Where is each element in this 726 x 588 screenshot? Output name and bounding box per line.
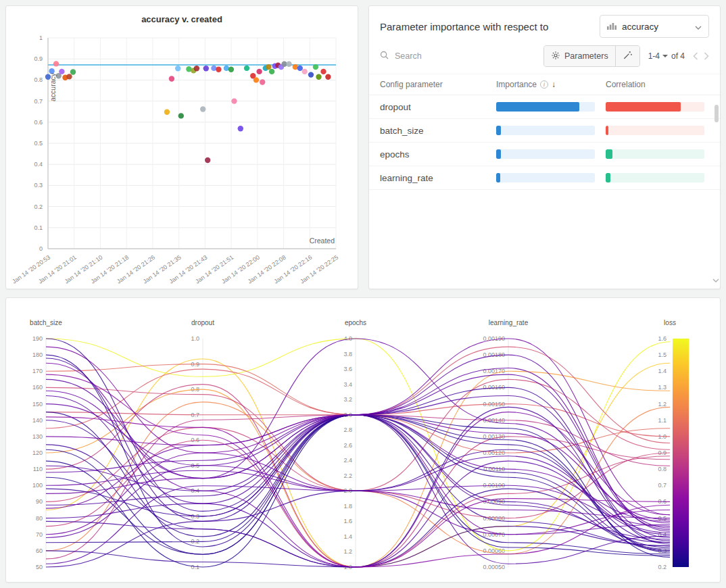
svg-text:2.6: 2.6	[343, 442, 352, 449]
search-input[interactable]	[393, 51, 475, 62]
svg-text:170: 170	[32, 368, 43, 374]
parameters-button[interactable]: Parameters	[544, 46, 615, 66]
correlation-bar	[606, 149, 704, 159]
pager-arrows	[693, 52, 709, 60]
scatter-point	[325, 74, 331, 80]
scatter-point	[59, 69, 64, 74]
column-config-parameter[interactable]: Config parameter	[380, 80, 496, 89]
pc-axis-label: dropout	[191, 319, 214, 326]
scatter-point	[216, 67, 221, 72]
scatter-chart[interactable]: 00.10.20.30.40.50.60.70.80.91Jan 14 '20 …	[6, 27, 358, 284]
scatter-point	[228, 67, 234, 72]
scatter-points[interactable]	[45, 61, 331, 163]
scroll-down-icon[interactable]	[712, 274, 719, 286]
scatter-point	[238, 126, 243, 131]
parallel-coordinates-chart[interactable]: batch_size506070809010011012013014015016…	[11, 303, 715, 577]
svg-text:1.6: 1.6	[658, 335, 667, 342]
run-line	[46, 437, 670, 567]
svg-text:2.8: 2.8	[343, 426, 352, 433]
svg-text:0.2: 0.2	[34, 203, 43, 210]
importance-bar	[496, 126, 595, 135]
scatter-point	[302, 69, 308, 74]
loss-colorbar	[673, 339, 689, 567]
parameter-row[interactable]: batch_size	[369, 119, 720, 143]
svg-text:70: 70	[36, 531, 43, 538]
scatter-point	[231, 98, 237, 103]
svg-text:2.2: 2.2	[343, 472, 352, 479]
svg-text:1.2: 1.2	[658, 401, 667, 408]
svg-text:0.7: 0.7	[658, 482, 667, 489]
run-line	[46, 417, 670, 567]
page-range-label: 1-4	[648, 51, 660, 61]
page-range-dropdown[interactable]: 1-4	[648, 51, 668, 61]
column-correlation[interactable]: Correlation	[606, 80, 709, 89]
scatter-point	[66, 74, 72, 79]
sort-desc-icon[interactable]: ↓	[552, 80, 556, 89]
importance-table-header: Config parameter Importance i ↓ Correlat…	[369, 74, 720, 95]
scatter-point	[70, 69, 76, 74]
info-icon[interactable]: i	[540, 80, 548, 89]
svg-text:0.9: 0.9	[34, 55, 43, 62]
parameters-button-label: Parameters	[564, 51, 608, 61]
svg-text:3.6: 3.6	[343, 366, 352, 372]
svg-text:0: 0	[39, 245, 43, 252]
view-button-group: Parameters	[543, 45, 640, 67]
svg-text:3.4: 3.4	[343, 381, 352, 388]
importance-bar	[496, 149, 595, 159]
svg-text:1.5: 1.5	[658, 351, 667, 358]
accuracy-scatter-panel: accuracy v. created 00.10.20.30.40.50.60…	[5, 5, 358, 289]
parameter-row[interactable]: learning_rate	[369, 166, 720, 190]
svg-text:110: 110	[33, 466, 43, 472]
scatter-point	[320, 69, 326, 74]
svg-text:190: 190	[32, 335, 43, 342]
gear-icon	[551, 51, 560, 62]
top-row: accuracy v. created 00.10.20.30.40.50.60…	[5, 5, 721, 289]
svg-text:160: 160	[32, 384, 43, 391]
pc-axis-label: learning_rate	[489, 319, 529, 326]
prev-page-icon[interactable]	[693, 52, 698, 60]
run-line	[46, 415, 670, 522]
page-of-label: of 4	[671, 51, 685, 61]
pc-run-lines[interactable]	[46, 339, 670, 567]
svg-text:90: 90	[36, 498, 43, 505]
svg-text:3.8: 3.8	[343, 351, 352, 358]
importance-toolbar: Parameters 1-4 of 4	[369, 44, 720, 74]
parameter-importance-panel: Parameter importance with respect to acc…	[368, 5, 721, 289]
scatter-point	[194, 66, 199, 71]
magic-wand-button[interactable]	[615, 46, 639, 66]
scatter-point	[308, 72, 314, 77]
svg-text:140: 140	[32, 417, 43, 424]
svg-text:0.2: 0.2	[658, 564, 667, 570]
pc-axis-label: batch_size	[30, 319, 62, 326]
metric-dropdown[interactable]: accuracy	[600, 15, 709, 38]
pc-axis-label: loss	[664, 319, 676, 326]
run-line	[46, 369, 670, 437]
search-icon	[380, 50, 389, 62]
pagination: 1-4 of 4	[648, 51, 685, 61]
chevron-down-icon	[695, 22, 702, 32]
run-line	[46, 415, 670, 539]
parameter-row[interactable]: dropout	[369, 95, 720, 119]
correlation-bar	[606, 173, 704, 182]
toolbar-right: Parameters 1-4 of 4	[543, 45, 709, 67]
scatter-point	[164, 109, 170, 115]
svg-text:1.4: 1.4	[658, 368, 667, 374]
parameter-row[interactable]: epochs	[369, 143, 720, 166]
scatter-point	[316, 74, 321, 80]
parameter-name: learning_rate	[380, 173, 496, 183]
svg-text:80: 80	[36, 515, 43, 522]
parallel-coordinates-panel: batch_size506070809010011012013014015016…	[5, 297, 721, 583]
next-page-icon[interactable]	[704, 52, 709, 60]
scatter-point	[297, 66, 303, 71]
column-importance[interactable]: Importance i ↓	[496, 80, 606, 89]
x-axis-label: Created	[310, 237, 335, 245]
scatter-point	[286, 62, 291, 67]
scatter-point	[266, 64, 271, 70]
caret-down-icon	[662, 55, 668, 57]
scrollbar-thumb[interactable]	[715, 105, 719, 122]
scatter-point	[169, 76, 174, 81]
svg-text:180: 180	[32, 351, 43, 358]
magic-wand-icon	[623, 50, 633, 62]
run-line	[46, 415, 670, 564]
search-box	[380, 50, 475, 62]
